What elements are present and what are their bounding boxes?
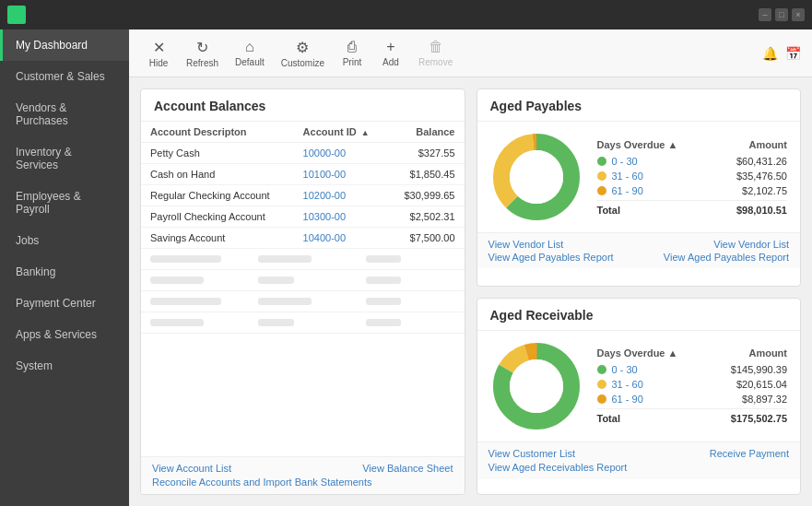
aged-receivable-row-31-60: 31 - 60 $20,615.04 <box>597 379 788 390</box>
sidebar-item-inventory-services[interactable]: Inventory & Services <box>0 136 129 181</box>
aged-receivable-content: Days Overdue ▲ Amount 0 - 30 $145,990.39… <box>477 331 801 441</box>
aged-receivable-61-90-link[interactable]: 61 - 90 <box>612 394 718 405</box>
sidebar-item-apps-services[interactable]: Apps & Services <box>0 319 129 350</box>
dot-green <box>597 157 606 166</box>
account-balance: $2,502.31 <box>387 206 464 228</box>
dot-yellow <box>597 171 606 181</box>
customize-button[interactable]: ⚙ Customize <box>274 35 332 72</box>
account-balances-table: Account Descripton Account ID ▲ Balance … <box>141 122 465 249</box>
svg-point-7 <box>510 359 563 413</box>
table-row: Savings Account 10400-00 $7,500.00 <box>141 228 465 249</box>
app-logo <box>7 6 26 24</box>
view-aged-payables-report-2-link[interactable]: View Aged Payables Report <box>664 252 789 263</box>
title-bar: – □ × <box>0 0 812 29</box>
aged-payables-content: Days Overdue ▲ Amount 0 - 30 $60,431.26 … <box>477 122 801 232</box>
view-vendor-list-2-link[interactable]: View Vendor List <box>713 239 789 250</box>
account-description: Payroll Checking Account <box>141 206 294 228</box>
sidebar-item-banking[interactable]: Banking <box>0 256 129 288</box>
aged-payables-title: Aged Payables <box>477 89 801 122</box>
aged-receivable-footer: View Customer List Receive Payment View … <box>477 441 801 479</box>
account-balances-skeleton <box>141 249 465 334</box>
aged-receivable-row-61-90: 61 - 90 $8,897.32 <box>597 394 788 405</box>
window-controls: – □ × <box>759 8 805 21</box>
svg-point-3 <box>510 150 563 204</box>
account-id-cell[interactable]: 10300-00 <box>294 206 388 228</box>
table-row: Regular Checking Account 10200-00 $30,99… <box>141 185 465 206</box>
account-id-cell[interactable]: 10000-00 <box>294 143 388 164</box>
table-row: Payroll Checking Account 10300-00 $2,502… <box>141 206 465 228</box>
aged-receivable-donut <box>490 340 583 432</box>
skeleton-row-2 <box>141 270 465 291</box>
aged-receivable-legend: Days Overdue ▲ Amount 0 - 30 $145,990.39… <box>597 347 788 424</box>
account-description: Petty Cash <box>141 143 294 164</box>
account-balances-footer: View Account List View Balance Sheet Rec… <box>141 456 465 494</box>
refresh-icon: ↻ <box>196 39 208 56</box>
sidebar-item-customer-sales[interactable]: Customer & Sales <box>0 61 129 92</box>
receive-payment-link[interactable]: Receive Payment <box>710 448 789 459</box>
account-id-cell[interactable]: 10400-00 <box>294 228 388 249</box>
aged-payables-legend: Days Overdue ▲ Amount 0 - 30 $60,431.26 … <box>597 139 788 216</box>
account-description: Cash on Hand <box>141 164 294 185</box>
account-balances-title: Account Balances <box>141 89 465 122</box>
aged-receivable-row-0-30: 0 - 30 $145,990.39 <box>597 364 788 375</box>
account-balances-card: Account Balances Account Descripton Acco… <box>140 88 465 495</box>
aged-payables-row-0-30: 0 - 30 $60,431.26 <box>597 156 788 167</box>
view-aged-receivables-report-link[interactable]: View Aged Receivables Report <box>488 462 628 473</box>
aged-payables-61-90-link[interactable]: 61 - 90 <box>612 185 718 196</box>
default-button[interactable]: ⌂ Default <box>228 35 272 71</box>
reconcile-accounts-link[interactable]: Reconcile Accounts and Import Bank State… <box>152 477 371 488</box>
view-account-list-link[interactable]: View Account List <box>152 463 231 474</box>
aged-payables-footer: View Vendor List View Vendor List View A… <box>477 232 801 268</box>
remove-button: 🗑 Remove <box>411 35 460 71</box>
sidebar: My Dashboard Customer & Sales Vendors & … <box>0 29 129 506</box>
sidebar-item-jobs[interactable]: Jobs <box>0 225 129 256</box>
toolbar: ✕ Hide ↻ Refresh ⌂ Default ⚙ Customize ⎙ <box>129 29 812 77</box>
add-button[interactable]: + Add <box>372 35 409 71</box>
account-id-cell[interactable]: 10200-00 <box>294 185 388 206</box>
add-icon: + <box>386 39 394 55</box>
hide-icon: ✕ <box>153 39 165 56</box>
maximize-button[interactable]: □ <box>775 8 788 21</box>
aged-payables-31-60-link[interactable]: 31 - 60 <box>612 171 718 182</box>
aged-payables-donut <box>490 131 583 223</box>
notifications-icon[interactable]: 🔔 <box>762 46 778 61</box>
calendar-icon[interactable]: 📅 <box>785 46 801 61</box>
print-button[interactable]: ⎙ Print <box>334 35 371 71</box>
aged-payables-0-30-link[interactable]: 0 - 30 <box>612 156 718 167</box>
minimize-button[interactable]: – <box>759 8 771 21</box>
aged-receivable-31-60-link[interactable]: 31 - 60 <box>612 379 718 390</box>
col-balance: Balance <box>387 122 464 143</box>
skeleton-row-4 <box>141 312 465 334</box>
view-customer-list-link[interactable]: View Customer List <box>488 448 576 459</box>
close-button[interactable]: × <box>792 8 805 21</box>
aged-receivable-title: Aged Receivable <box>477 299 801 331</box>
sort-arrow-icon: ▲ <box>361 128 370 137</box>
view-vendor-list-1-link[interactable]: View Vendor List <box>488 239 564 250</box>
view-balance-sheet-link[interactable]: View Balance Sheet <box>362 463 453 474</box>
aged-receivable-card: Aged Receivable <box>477 298 802 496</box>
account-balance: $30,999.65 <box>387 185 464 206</box>
sidebar-item-vendors-purchases[interactable]: Vendors & Purchases <box>0 92 129 136</box>
table-row: Petty Cash 10000-00 $327.55 <box>141 143 465 164</box>
view-aged-payables-report-1-link[interactable]: View Aged Payables Report <box>488 252 614 263</box>
sidebar-item-payment-center[interactable]: Payment Center <box>0 288 129 319</box>
dot-orange-r <box>597 394 606 404</box>
account-id-cell[interactable]: 10100-00 <box>294 164 388 185</box>
dashboard-content: Account Balances Account Descripton Acco… <box>129 77 812 506</box>
account-description: Regular Checking Account <box>141 185 294 206</box>
print-icon: ⎙ <box>347 39 357 55</box>
col-account-id[interactable]: Account ID ▲ <box>294 122 388 143</box>
sidebar-item-employees-payroll[interactable]: Employees & Payroll <box>0 181 129 225</box>
sidebar-item-system[interactable]: System <box>0 350 129 382</box>
dot-orange <box>597 186 606 195</box>
aged-receivable-0-30-link[interactable]: 0 - 30 <box>612 364 718 375</box>
dot-green-r <box>597 365 606 374</box>
sidebar-item-my-dashboard[interactable]: My Dashboard <box>0 29 129 61</box>
col-description: Account Descripton <box>141 122 294 143</box>
aged-payables-card: Aged Payables <box>477 88 802 287</box>
refresh-button[interactable]: ↻ Refresh <box>179 35 226 72</box>
customize-icon: ⚙ <box>296 39 309 56</box>
dot-yellow-r <box>597 380 606 389</box>
hide-button[interactable]: ✕ Hide <box>140 35 177 72</box>
aged-payables-row-31-60: 31 - 60 $35,476.50 <box>597 171 788 182</box>
